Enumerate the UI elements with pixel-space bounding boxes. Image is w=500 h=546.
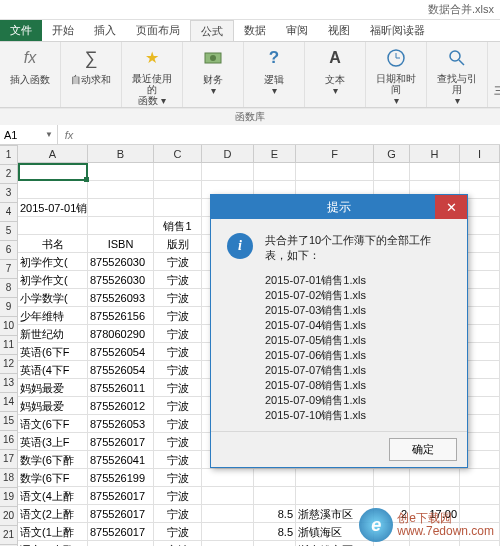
cell[interactable] [460,487,500,505]
column-header[interactable]: A [18,145,88,163]
cell[interactable] [88,163,154,181]
cell[interactable]: 875526041 [88,451,154,469]
cell[interactable]: 875526054 [88,361,154,379]
cell[interactable]: ISBN [88,235,154,253]
cell[interactable]: 875526017 [88,541,154,546]
row-header[interactable]: 6 [0,241,18,260]
cell[interactable] [202,163,254,181]
tab-foxit[interactable]: 福昕阅读器 [360,20,435,41]
row-header[interactable]: 21 [0,526,18,545]
tab-home[interactable]: 开始 [42,20,84,41]
cell[interactable]: 小学数学( [18,289,88,307]
cell[interactable]: 妈妈最爱 [18,397,88,415]
cell[interactable]: 875526030 [88,271,154,289]
cell[interactable] [374,487,410,505]
cell[interactable] [254,163,296,181]
cell[interactable] [296,469,374,487]
row-header[interactable]: 18 [0,469,18,488]
cell[interactable]: 875526030 [88,253,154,271]
cell[interactable]: 宁波 [154,307,202,325]
cell[interactable] [410,487,460,505]
cell[interactable]: 宁波 [154,271,202,289]
cell[interactable] [202,469,254,487]
row-header[interactable]: 10 [0,317,18,336]
column-header[interactable]: D [202,145,254,163]
math-trig-button[interactable]: θ 数学和三角函数 ▾ [494,44,500,106]
lookup-button[interactable]: 查找与引用▾ [433,44,481,106]
name-box[interactable]: A1▼ [0,125,58,144]
cell[interactable]: 少年维特 [18,307,88,325]
cell[interactable]: 宁波 [154,253,202,271]
cell[interactable]: 初学作文( [18,271,88,289]
cell[interactable] [202,505,254,523]
cell[interactable]: 875526156 [88,307,154,325]
cell[interactable]: 销售1 [154,217,202,235]
text-button[interactable]: A 文本▾ [311,44,359,106]
cell[interactable]: 宁波 [154,505,202,523]
cell[interactable]: 878060290 [88,325,154,343]
cell[interactable] [18,181,88,199]
cell[interactable] [18,163,88,181]
tab-review[interactable]: 审阅 [276,20,318,41]
row-header[interactable]: 12 [0,355,18,374]
cell[interactable] [18,217,88,235]
row-header[interactable]: 8 [0,279,18,298]
cell[interactable] [374,163,410,181]
cell[interactable]: 初学作文( [18,253,88,271]
column-header[interactable]: C [154,145,202,163]
cell[interactable] [154,199,202,217]
financial-button[interactable]: 财务▾ [189,44,237,106]
cell[interactable]: 875526017 [88,487,154,505]
cell[interactable] [374,469,410,487]
row-header[interactable]: 19 [0,488,18,507]
cell[interactable]: 宁波 [154,415,202,433]
row-header[interactable]: 7 [0,260,18,279]
cell[interactable] [254,469,296,487]
column-header[interactable]: I [460,145,500,163]
cell[interactable]: 数学(6下酢 [18,451,88,469]
cell[interactable]: 语文(6下F [18,415,88,433]
cell[interactable] [410,469,460,487]
cell[interactable] [88,199,154,217]
cell[interactable] [296,487,374,505]
tab-view[interactable]: 视图 [318,20,360,41]
column-header[interactable]: B [88,145,154,163]
cell[interactable]: 英语(4下F [18,361,88,379]
cell[interactable]: 8.5 [254,523,296,541]
cell[interactable] [154,163,202,181]
cell[interactable] [410,163,460,181]
row-header[interactable]: 20 [0,507,18,526]
dialog-titlebar[interactable]: 提示 ✕ [211,195,467,219]
formula-input[interactable] [80,129,500,141]
row-header[interactable]: 13 [0,374,18,393]
insert-function-button[interactable]: fx 插入函数 [6,44,54,106]
cell[interactable] [154,181,202,199]
cell[interactable]: 宁波 [154,397,202,415]
cell[interactable]: 875526199 [88,469,154,487]
cell[interactable]: 语文(1上酢 [18,523,88,541]
column-header[interactable]: G [374,145,410,163]
cell[interactable]: 英语(3上F [18,433,88,451]
cell[interactable]: 875526017 [88,523,154,541]
row-header[interactable]: 11 [0,336,18,355]
column-header[interactable]: H [410,145,460,163]
cell[interactable]: 英语(6下F [18,343,88,361]
tab-insert[interactable]: 插入 [84,20,126,41]
cell[interactable]: 宁波 [154,469,202,487]
cell[interactable]: 8.5 [254,505,296,523]
row-header[interactable]: 1 [0,146,18,165]
cell[interactable]: 书名 [18,235,88,253]
cell[interactable]: 宁波 [154,541,202,546]
cell[interactable]: 语文(2上酢 [18,505,88,523]
cell[interactable]: 宁波 [154,289,202,307]
dialog-ok-button[interactable]: 确定 [389,438,457,461]
tab-data[interactable]: 数据 [234,20,276,41]
cell[interactable]: 宁波 [154,361,202,379]
row-header[interactable]: 4 [0,203,18,222]
logical-button[interactable]: ? 逻辑▾ [250,44,298,106]
cell[interactable] [296,163,374,181]
cell[interactable]: 宁波 [154,487,202,505]
row-header[interactable]: 2 [0,165,18,184]
cell[interactable] [88,217,154,235]
cell[interactable]: 875526011 [88,379,154,397]
